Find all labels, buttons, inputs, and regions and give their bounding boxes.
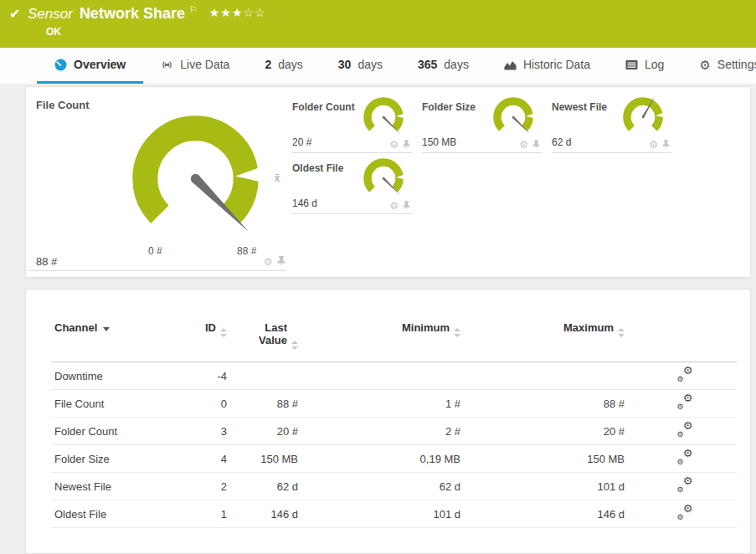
tab-label: Overview bbox=[74, 58, 126, 71]
cell-divider bbox=[422, 152, 542, 153]
channel-settings-icon[interactable]: ⚙⚙ bbox=[676, 395, 693, 410]
column-header-maximum[interactable]: Maximum bbox=[467, 321, 631, 362]
folder-count-gauge bbox=[360, 94, 407, 141]
channel-row-oldest-file[interactable]: Oldest File 1 146 d 101 d 146 d ⚙⚙ bbox=[51, 500, 737, 528]
stars-empty[interactable]: ☆☆ bbox=[243, 6, 265, 19]
channel-settings-icon[interactable]: ⚙⚙ bbox=[676, 505, 693, 521]
pin-icon[interactable] bbox=[662, 140, 670, 150]
tab-overview[interactable]: Overview bbox=[37, 48, 143, 84]
channel-maximum: 88 # bbox=[467, 390, 631, 418]
gauge-cell-actions: ⚙ bbox=[649, 140, 670, 150]
tab-30-days[interactable]: 30 days bbox=[321, 48, 400, 84]
sensor-kind-label: Sensor bbox=[28, 6, 73, 23]
log-icon bbox=[625, 59, 638, 71]
gear-icon[interactable]: ⚙ bbox=[264, 257, 273, 267]
cell-divider bbox=[292, 213, 412, 214]
channel-row-file-count[interactable]: File Count 0 88 # 1 # 88 # ⚙⚙ bbox=[51, 390, 737, 418]
pin-icon[interactable] bbox=[403, 201, 410, 211]
tab-2-days[interactable]: 2 days bbox=[247, 48, 320, 84]
column-header-actions bbox=[631, 321, 737, 362]
gauge-icon bbox=[54, 59, 67, 71]
channel-maximum: 146 d bbox=[467, 500, 631, 528]
gear-icon[interactable]: ⚙ bbox=[519, 140, 528, 150]
sort-icon bbox=[220, 328, 227, 337]
channel-name: Downtime bbox=[51, 362, 188, 390]
gauge-current-value: 62 d bbox=[552, 136, 571, 148]
channel-maximum bbox=[467, 362, 631, 390]
priority-stars[interactable]: ★★★☆☆ bbox=[209, 6, 266, 19]
tab-label: days bbox=[444, 58, 469, 71]
channel-settings-icon[interactable]: ⚙⚙ bbox=[676, 367, 693, 382]
channel-id: 1 bbox=[188, 500, 234, 528]
channel-minimum: 2 # bbox=[305, 418, 467, 445]
column-label: ID bbox=[205, 321, 216, 334]
gauge-cell-newest-file: Newest File 62 d ⚙ bbox=[549, 93, 679, 154]
sort-icon bbox=[454, 328, 460, 337]
channel-row-newest-file[interactable]: Newest File 2 62 d 62 d 101 d ⚙⚙ bbox=[51, 473, 737, 500]
gear-icon[interactable]: ⚙ bbox=[389, 201, 399, 211]
channel-id: -4 bbox=[188, 362, 234, 390]
gauge-scale-max: 88 # bbox=[237, 245, 256, 257]
gauge-current-value: 20 # bbox=[292, 136, 311, 148]
gauge-scale-min: 0 # bbox=[148, 245, 162, 257]
gauge-cell-folder-size: Folder Size 150 MB ⚙ bbox=[419, 93, 549, 154]
channel-id: 4 bbox=[188, 445, 234, 473]
tab-settings[interactable]: ⚙ Settings bbox=[681, 48, 756, 84]
tab-day-count: 365 bbox=[418, 58, 437, 71]
column-label: Channel bbox=[54, 321, 97, 334]
channel-last-value: 146 d bbox=[234, 500, 305, 528]
channel-name: Newest File bbox=[51, 473, 188, 500]
folder-size-gauge bbox=[490, 94, 537, 141]
channel-last-value: 88 # bbox=[234, 390, 305, 418]
channel-row-downtime[interactable]: Downtime -4 ⚙⚙ bbox=[51, 362, 737, 390]
tab-365-days[interactable]: 365 days bbox=[400, 48, 486, 84]
pin-icon[interactable] bbox=[532, 140, 540, 150]
sort-icon bbox=[618, 328, 625, 337]
live-data-icon bbox=[161, 59, 173, 71]
column-header-last-value[interactable]: Last Value bbox=[234, 321, 305, 362]
oldest-file-gauge bbox=[360, 155, 407, 202]
sort-descending-icon bbox=[103, 327, 110, 331]
channel-name: Folder Count bbox=[51, 418, 188, 445]
tab-day-count: 2 bbox=[265, 58, 271, 71]
channel-maximum: 20 # bbox=[467, 418, 631, 445]
channel-last-value: 150 MB bbox=[234, 445, 305, 473]
tab-label: days bbox=[357, 58, 383, 71]
gauge-title: Folder Size bbox=[422, 101, 476, 113]
gauge-cell-actions: ⚙ bbox=[519, 140, 540, 150]
channel-settings-icon[interactable]: ⚙⚙ bbox=[676, 450, 693, 465]
cell-divider bbox=[28, 270, 286, 271]
historic-chart-icon bbox=[504, 59, 517, 71]
column-label: Last Value bbox=[250, 321, 287, 346]
flag-icon[interactable]: ⚐ bbox=[189, 4, 198, 15]
channel-id: 3 bbox=[188, 418, 234, 445]
channel-name: Oldest File bbox=[51, 500, 188, 528]
status-ok-check-icon: ✔ bbox=[9, 6, 20, 22]
channel-id: 0 bbox=[188, 390, 234, 418]
channel-settings-icon[interactable]: ⚙⚙ bbox=[676, 423, 693, 438]
tab-log[interactable]: Log bbox=[608, 48, 681, 84]
column-header-id[interactable]: ID bbox=[188, 321, 234, 362]
column-header-channel[interactable]: Channel bbox=[51, 321, 188, 362]
channel-settings-icon[interactable]: ⚙⚙ bbox=[676, 478, 693, 493]
channel-minimum: 0,19 MB bbox=[305, 445, 467, 473]
tab-live-data[interactable]: Live Data bbox=[143, 48, 247, 84]
tab-bar: Overview Live Data 2 days 30 days 365 da… bbox=[0, 48, 756, 84]
column-header-minimum[interactable]: Minimum bbox=[305, 321, 467, 362]
pin-icon[interactable] bbox=[403, 140, 410, 150]
gear-icon[interactable]: ⚙ bbox=[389, 140, 399, 150]
gauge-title: Newest File bbox=[552, 101, 607, 113]
column-label: Minimum bbox=[402, 321, 450, 334]
gear-icon[interactable]: ⚙ bbox=[649, 140, 658, 150]
gauge-cell-file-count: File Count x̄ 0 # 88 # 88 # ⚙ bbox=[26, 87, 290, 277]
channel-row-folder-count[interactable]: Folder Count 3 20 # 2 # 20 # ⚙⚙ bbox=[51, 418, 737, 445]
file-count-gauge bbox=[121, 105, 270, 253]
channel-row-folder-size[interactable]: Folder Size 4 150 MB 0,19 MB 150 MB ⚙⚙ bbox=[51, 445, 737, 473]
tab-historic-data[interactable]: Historic Data bbox=[486, 48, 608, 84]
stars-filled[interactable]: ★★★ bbox=[209, 6, 244, 19]
sensor-title-row: Sensor Network Share ⚐ ★★★☆☆ bbox=[28, 5, 266, 23]
cell-divider bbox=[292, 152, 412, 153]
gauge-current-value: 88 # bbox=[36, 255, 57, 268]
pin-icon[interactable] bbox=[277, 256, 285, 267]
channel-last-value: 20 # bbox=[234, 418, 305, 445]
